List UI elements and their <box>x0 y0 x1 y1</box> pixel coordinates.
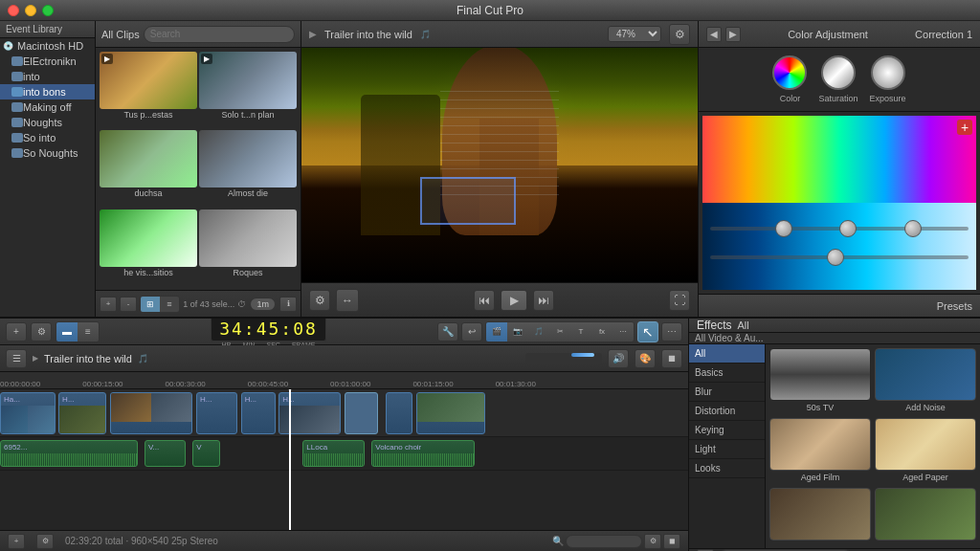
add-media-button[interactable]: + <box>100 297 117 312</box>
undo-button[interactable]: ↩ <box>461 322 482 342</box>
effect-cat-distortion[interactable]: Distortion <box>689 402 765 421</box>
audio-clip-2[interactable]: V... <box>145 440 186 467</box>
clip-label-2: Solo t...n plan <box>199 109 297 121</box>
playhead[interactable] <box>289 389 291 530</box>
video-clip-4[interactable]: H... <box>196 392 237 434</box>
effect-aged-paper[interactable]: Aged Paper <box>875 418 976 484</box>
slider-knob-4[interactable] <box>827 249 844 266</box>
maximize-button[interactable] <box>42 5 54 16</box>
search-input-mini[interactable] <box>566 535 642 548</box>
sidebar-item-electronikn[interactable]: ElEctronikn <box>0 54 95 69</box>
settings-button[interactable]: ⚙ <box>669 24 690 45</box>
timeline-add-button[interactable]: + <box>6 322 27 342</box>
video-clip-2[interactable]: H... <box>58 392 106 434</box>
photo-track-btn[interactable]: 📷 <box>507 322 528 342</box>
sidebar-item-into-bons[interactable]: into bons <box>0 84 95 99</box>
search-settings-btn[interactable]: ⚙ <box>644 534 661 549</box>
audio-clip-4[interactable]: LLoca <box>302 440 365 467</box>
more-tools-button[interactable]: ⋯ <box>661 322 682 342</box>
slider-knob-1[interactable] <box>775 220 792 237</box>
wrench-button[interactable]: 🔧 <box>437 322 458 342</box>
media-search-input[interactable] <box>144 26 295 43</box>
video-clip-8[interactable] <box>386 392 413 434</box>
cut-track-btn[interactable]: ✂ <box>549 322 570 342</box>
effect-more-1[interactable] <box>769 488 871 544</box>
status-add-button[interactable]: + <box>8 534 25 549</box>
timeline-view-btn-2[interactable]: ≡ <box>78 322 99 342</box>
video-track-btn[interactable]: 🎬 <box>486 322 507 342</box>
color-nav-back[interactable]: ◀ <box>706 27 722 42</box>
timeline-audio-btn[interactable]: 🔊 <box>608 349 629 368</box>
effect-cat-keying[interactable]: Keying <box>689 421 765 440</box>
media-clip-2[interactable]: ▶ Solo t...n plan <box>199 52 297 128</box>
play-button[interactable]: ▶ <box>501 290 527 311</box>
fullscreen-button[interactable]: ⛶ <box>669 290 690 311</box>
presets-button[interactable]: Presets <box>699 294 980 317</box>
media-clip-6[interactable]: Roques <box>199 209 297 286</box>
media-clip-1[interactable]: ▶ Tus p...estas <box>100 52 197 128</box>
video-clip-7[interactable] <box>345 392 379 434</box>
fx-track-btn[interactable]: fx <box>591 322 612 342</box>
color-add-button[interactable]: + <box>957 120 972 135</box>
sidebar-item-making-off[interactable]: Making off <box>0 99 95 115</box>
list-view-button[interactable]: ≡ <box>160 297 179 312</box>
sidebar-item-into[interactable]: into <box>0 69 95 84</box>
effect-aged-film[interactable]: Aged Film <box>769 418 871 484</box>
video-clip-5[interactable]: H... <box>241 392 276 434</box>
slider-knob-2[interactable] <box>839 220 857 237</box>
timeline-color-btn[interactable]: 🎨 <box>635 349 656 368</box>
selector-tool[interactable]: ↖ <box>637 321 658 342</box>
color-tool-exposure[interactable]: Exposure <box>870 55 906 103</box>
rewind-button[interactable]: ⏮ <box>474 290 495 311</box>
color-tool-color[interactable]: Color <box>772 55 807 103</box>
timeline-settings-button[interactable]: ⚙ <box>31 322 52 342</box>
frame-size-button[interactable]: ↔ <box>337 290 358 311</box>
close-button[interactable] <box>8 5 19 16</box>
video-clip-1[interactable]: Ha... <box>0 392 56 434</box>
effect-cat-light[interactable]: Light <box>689 440 765 459</box>
timeline-view-btn-1[interactable]: ▬ <box>56 322 78 342</box>
effect-cat-basics[interactable]: Basics <box>689 364 765 383</box>
effect-cat-all[interactable]: All <box>689 344 765 364</box>
audio-track-btn[interactable]: 🎵 <box>528 322 549 342</box>
audio-clip-3[interactable]: V <box>192 440 220 467</box>
effect-cat-looks[interactable]: Looks <box>689 459 765 478</box>
video-clip-9[interactable] <box>416 392 485 434</box>
color-gradient-area[interactable]: + <box>702 116 976 290</box>
forward-button[interactable]: ⏭ <box>533 290 554 311</box>
audio-clip-5[interactable]: Volcano choir <box>371 440 475 467</box>
grid-view-button[interactable]: ⊞ <box>141 297 160 312</box>
extra-track-btn[interactable]: ⋯ <box>612 322 634 342</box>
search-filter-btn[interactable]: ◼ <box>663 534 680 549</box>
sidebar-item-so-noughts[interactable]: So Noughts <box>0 145 95 161</box>
text-track-btn[interactable]: T <box>570 322 591 342</box>
effect-cat-blur[interactable]: Blur <box>689 383 765 402</box>
effect-add-noise[interactable]: Add Noise <box>875 348 976 414</box>
clip-end-marker[interactable]: ⏹ <box>661 349 682 368</box>
zoom-selector[interactable]: 47% 25% 50% 100% Fit <box>608 26 661 42</box>
minimize-button[interactable] <box>25 5 36 16</box>
color-nav-forward[interactable]: ▶ <box>725 27 741 42</box>
status-settings-button[interactable]: ⚙ <box>36 534 54 549</box>
video-clip-3[interactable] <box>110 392 192 434</box>
timeline-expand-button[interactable]: ☰ <box>6 349 27 368</box>
effects-tab-all[interactable]: All <box>737 320 748 331</box>
play-indicator: ▶ <box>201 54 212 64</box>
sidebar-item-noughts[interactable]: Noughts <box>0 115 95 130</box>
timeline-header: ☰ ▶ Trailer into the wild 🎵 🔊 🎨 ⏹ <box>0 345 688 372</box>
media-clip-4[interactable]: Almost die <box>199 130 297 207</box>
effect-50s-tv[interactable]: 50s TV <box>769 348 871 414</box>
color-tool-saturation[interactable]: Saturation <box>818 55 858 103</box>
remove-media-button[interactable]: - <box>120 297 137 312</box>
preview-settings-button[interactable]: ⚙ <box>309 290 330 311</box>
sidebar-item-so-into[interactable]: So into <box>0 130 95 145</box>
audio-clip-1[interactable]: 6952... <box>0 440 138 467</box>
duration-info-button[interactable]: ℹ <box>279 297 297 312</box>
effects-filter-bar: All Video & Au... <box>689 333 980 344</box>
media-clip-3[interactable]: duchsa <box>100 130 197 207</box>
media-clip-5[interactable]: he vis...sitios <box>100 209 197 286</box>
effect-more-2[interactable] <box>875 488 976 544</box>
sidebar-item-macintosh-hd[interactable]: 💿 Macintosh HD <box>0 38 95 54</box>
video-clip-6[interactable]: H... <box>278 392 341 434</box>
slider-knob-3[interactable] <box>904 220 922 237</box>
